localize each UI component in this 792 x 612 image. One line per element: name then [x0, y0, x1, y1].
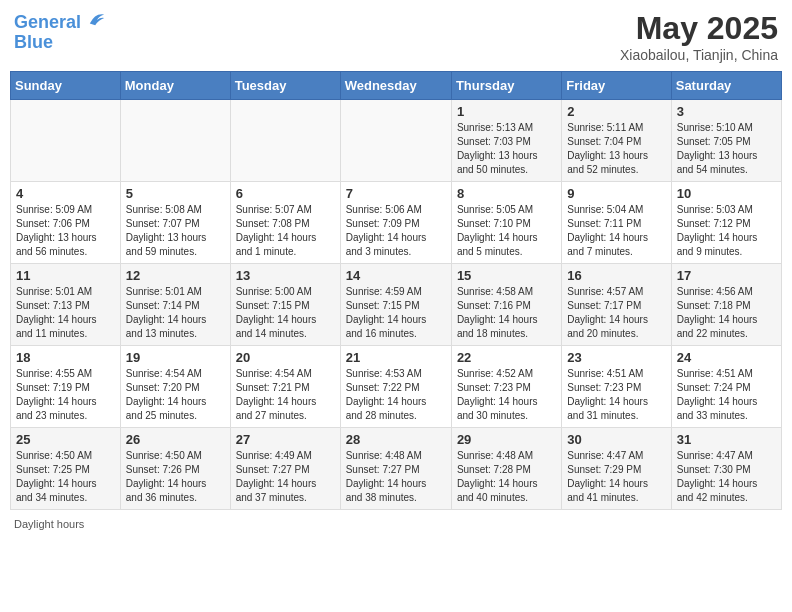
day-number: 17: [677, 268, 776, 283]
day-info: Sunrise: 5:03 AM Sunset: 7:12 PM Dayligh…: [677, 203, 776, 259]
day-info: Sunrise: 4:54 AM Sunset: 7:21 PM Dayligh…: [236, 367, 335, 423]
day-number: 5: [126, 186, 225, 201]
day-info: Sunrise: 5:08 AM Sunset: 7:07 PM Dayligh…: [126, 203, 225, 259]
weekday-header-friday: Friday: [562, 72, 671, 100]
calendar-cell: [340, 100, 451, 182]
calendar-cell: 26Sunrise: 4:50 AM Sunset: 7:26 PM Dayli…: [120, 428, 230, 510]
subtitle: Xiaobailou, Tianjin, China: [620, 47, 778, 63]
day-info: Sunrise: 4:52 AM Sunset: 7:23 PM Dayligh…: [457, 367, 556, 423]
calendar-cell: 18Sunrise: 4:55 AM Sunset: 7:19 PM Dayli…: [11, 346, 121, 428]
weekday-header-saturday: Saturday: [671, 72, 781, 100]
day-info: Sunrise: 5:04 AM Sunset: 7:11 PM Dayligh…: [567, 203, 665, 259]
day-number: 11: [16, 268, 115, 283]
calendar-week-row: 4Sunrise: 5:09 AM Sunset: 7:06 PM Daylig…: [11, 182, 782, 264]
day-info: Sunrise: 5:05 AM Sunset: 7:10 PM Dayligh…: [457, 203, 556, 259]
calendar-week-row: 11Sunrise: 5:01 AM Sunset: 7:13 PM Dayli…: [11, 264, 782, 346]
day-info: Sunrise: 4:49 AM Sunset: 7:27 PM Dayligh…: [236, 449, 335, 505]
day-info: Sunrise: 4:51 AM Sunset: 7:23 PM Dayligh…: [567, 367, 665, 423]
day-info: Sunrise: 5:01 AM Sunset: 7:14 PM Dayligh…: [126, 285, 225, 341]
day-info: Sunrise: 5:06 AM Sunset: 7:09 PM Dayligh…: [346, 203, 446, 259]
calendar-cell: 1Sunrise: 5:13 AM Sunset: 7:03 PM Daylig…: [451, 100, 561, 182]
day-info: Sunrise: 4:58 AM Sunset: 7:16 PM Dayligh…: [457, 285, 556, 341]
calendar-cell: 29Sunrise: 4:48 AM Sunset: 7:28 PM Dayli…: [451, 428, 561, 510]
day-info: Sunrise: 5:00 AM Sunset: 7:15 PM Dayligh…: [236, 285, 335, 341]
calendar-cell: 2Sunrise: 5:11 AM Sunset: 7:04 PM Daylig…: [562, 100, 671, 182]
calendar-cell: 5Sunrise: 5:08 AM Sunset: 7:07 PM Daylig…: [120, 182, 230, 264]
day-info: Sunrise: 4:47 AM Sunset: 7:30 PM Dayligh…: [677, 449, 776, 505]
weekday-header-monday: Monday: [120, 72, 230, 100]
day-info: Sunrise: 5:07 AM Sunset: 7:08 PM Dayligh…: [236, 203, 335, 259]
calendar-cell: 27Sunrise: 4:49 AM Sunset: 7:27 PM Dayli…: [230, 428, 340, 510]
day-info: Sunrise: 4:54 AM Sunset: 7:20 PM Dayligh…: [126, 367, 225, 423]
day-number: 1: [457, 104, 556, 119]
day-number: 3: [677, 104, 776, 119]
calendar-week-row: 25Sunrise: 4:50 AM Sunset: 7:25 PM Dayli…: [11, 428, 782, 510]
calendar-cell: 31Sunrise: 4:47 AM Sunset: 7:30 PM Dayli…: [671, 428, 781, 510]
day-number: 2: [567, 104, 665, 119]
day-number: 31: [677, 432, 776, 447]
calendar-cell: 19Sunrise: 4:54 AM Sunset: 7:20 PM Dayli…: [120, 346, 230, 428]
day-info: Sunrise: 4:56 AM Sunset: 7:18 PM Dayligh…: [677, 285, 776, 341]
day-number: 26: [126, 432, 225, 447]
day-info: Sunrise: 4:59 AM Sunset: 7:15 PM Dayligh…: [346, 285, 446, 341]
calendar-cell: 16Sunrise: 4:57 AM Sunset: 7:17 PM Dayli…: [562, 264, 671, 346]
calendar-cell: 28Sunrise: 4:48 AM Sunset: 7:27 PM Dayli…: [340, 428, 451, 510]
day-info: Sunrise: 4:53 AM Sunset: 7:22 PM Dayligh…: [346, 367, 446, 423]
day-info: Sunrise: 4:50 AM Sunset: 7:26 PM Dayligh…: [126, 449, 225, 505]
day-number: 18: [16, 350, 115, 365]
day-info: Sunrise: 4:47 AM Sunset: 7:29 PM Dayligh…: [567, 449, 665, 505]
logo: General Blue: [14, 10, 106, 53]
calendar-cell: 6Sunrise: 5:07 AM Sunset: 7:08 PM Daylig…: [230, 182, 340, 264]
weekday-header-sunday: Sunday: [11, 72, 121, 100]
day-info: Sunrise: 4:57 AM Sunset: 7:17 PM Dayligh…: [567, 285, 665, 341]
weekday-header-tuesday: Tuesday: [230, 72, 340, 100]
day-number: 7: [346, 186, 446, 201]
weekday-header-wednesday: Wednesday: [340, 72, 451, 100]
day-number: 6: [236, 186, 335, 201]
day-number: 16: [567, 268, 665, 283]
calendar-cell: 30Sunrise: 4:47 AM Sunset: 7:29 PM Dayli…: [562, 428, 671, 510]
calendar-cell: 23Sunrise: 4:51 AM Sunset: 7:23 PM Dayli…: [562, 346, 671, 428]
calendar-cell: 10Sunrise: 5:03 AM Sunset: 7:12 PM Dayli…: [671, 182, 781, 264]
day-number: 28: [346, 432, 446, 447]
calendar-cell: 15Sunrise: 4:58 AM Sunset: 7:16 PM Dayli…: [451, 264, 561, 346]
footer-daylight: Daylight hours: [10, 518, 782, 530]
calendar-cell: 7Sunrise: 5:06 AM Sunset: 7:09 PM Daylig…: [340, 182, 451, 264]
day-number: 27: [236, 432, 335, 447]
calendar-cell: 24Sunrise: 4:51 AM Sunset: 7:24 PM Dayli…: [671, 346, 781, 428]
day-number: 15: [457, 268, 556, 283]
weekday-header-thursday: Thursday: [451, 72, 561, 100]
calendar-table: SundayMondayTuesdayWednesdayThursdayFrid…: [10, 71, 782, 510]
calendar-cell: 22Sunrise: 4:52 AM Sunset: 7:23 PM Dayli…: [451, 346, 561, 428]
calendar-cell: 11Sunrise: 5:01 AM Sunset: 7:13 PM Dayli…: [11, 264, 121, 346]
calendar-cell: 3Sunrise: 5:10 AM Sunset: 7:05 PM Daylig…: [671, 100, 781, 182]
day-number: 12: [126, 268, 225, 283]
calendar-cell: 12Sunrise: 5:01 AM Sunset: 7:14 PM Dayli…: [120, 264, 230, 346]
day-info: Sunrise: 5:13 AM Sunset: 7:03 PM Dayligh…: [457, 121, 556, 177]
calendar-cell: 21Sunrise: 4:53 AM Sunset: 7:22 PM Dayli…: [340, 346, 451, 428]
day-info: Sunrise: 5:10 AM Sunset: 7:05 PM Dayligh…: [677, 121, 776, 177]
day-number: 10: [677, 186, 776, 201]
calendar-header-row: SundayMondayTuesdayWednesdayThursdayFrid…: [11, 72, 782, 100]
day-info: Sunrise: 4:48 AM Sunset: 7:28 PM Dayligh…: [457, 449, 556, 505]
day-number: 25: [16, 432, 115, 447]
day-number: 9: [567, 186, 665, 201]
calendar-cell: 4Sunrise: 5:09 AM Sunset: 7:06 PM Daylig…: [11, 182, 121, 264]
day-info: Sunrise: 4:55 AM Sunset: 7:19 PM Dayligh…: [16, 367, 115, 423]
day-info: Sunrise: 5:11 AM Sunset: 7:04 PM Dayligh…: [567, 121, 665, 177]
day-number: 8: [457, 186, 556, 201]
day-number: 30: [567, 432, 665, 447]
calendar-week-row: 18Sunrise: 4:55 AM Sunset: 7:19 PM Dayli…: [11, 346, 782, 428]
day-number: 24: [677, 350, 776, 365]
logo-text: General: [14, 10, 106, 33]
day-number: 14: [346, 268, 446, 283]
calendar-cell: 9Sunrise: 5:04 AM Sunset: 7:11 PM Daylig…: [562, 182, 671, 264]
day-info: Sunrise: 4:50 AM Sunset: 7:25 PM Dayligh…: [16, 449, 115, 505]
day-number: 13: [236, 268, 335, 283]
day-info: Sunrise: 5:01 AM Sunset: 7:13 PM Dayligh…: [16, 285, 115, 341]
day-info: Sunrise: 5:09 AM Sunset: 7:06 PM Dayligh…: [16, 203, 115, 259]
calendar-cell: [120, 100, 230, 182]
calendar-cell: 8Sunrise: 5:05 AM Sunset: 7:10 PM Daylig…: [451, 182, 561, 264]
logo-bird-icon: [88, 10, 106, 28]
logo-text-blue: Blue: [14, 33, 106, 53]
